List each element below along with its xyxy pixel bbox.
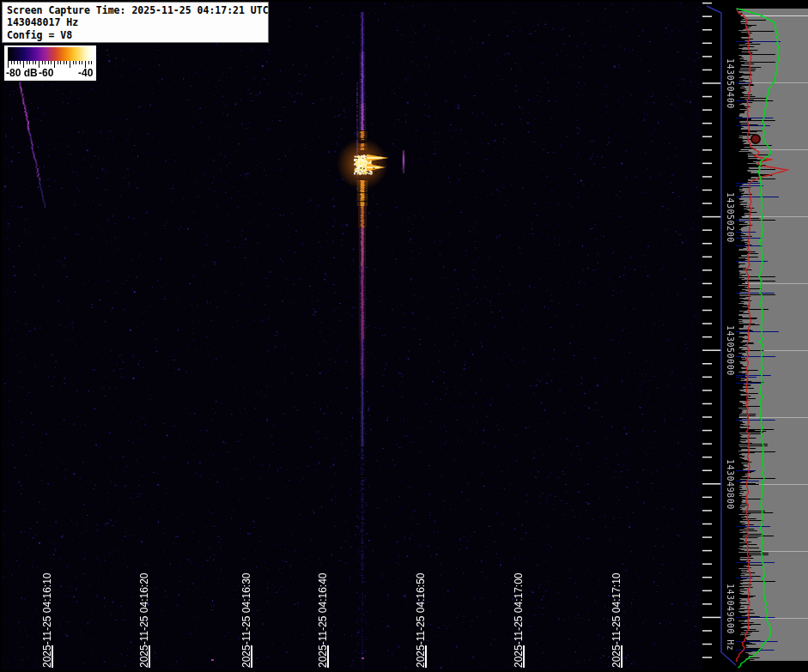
frequency-axis-label: 143050400	[725, 58, 735, 109]
screen-capture-window: Screen Capture Time: 2025-11-25 04:17:21…	[0, 0, 808, 672]
frequency-axis-label: 143049800	[725, 459, 735, 510]
capture-time-text: Screen Capture Time: 2025-11-25 04:17:21…	[7, 4, 264, 16]
colorbar-labels: -80 dB -60 -40	[6, 68, 94, 80]
capture-info-panel: Screen Capture Time: 2025-11-25 04:17:21…	[2, 2, 269, 43]
waterfall-and-spectrum-canvas	[0, 0, 808, 672]
colorbar-label-mid: -60	[39, 67, 53, 79]
colorbar-gradient	[8, 47, 93, 61]
time-axis-tick	[149, 645, 150, 668]
time-axis-tick	[52, 645, 53, 668]
frequency-axis-label: 143049600 Hz	[725, 584, 735, 651]
capture-frequency-text: 143048017 Hz	[7, 16, 264, 28]
time-axis-tick	[251, 645, 252, 668]
time-axis-tick	[425, 645, 427, 668]
frequency-axis-label: 143050200	[725, 192, 735, 243]
time-axis-tick	[327, 645, 329, 668]
colorbar-label-max: -40	[78, 67, 93, 79]
colorbar: -80 dB -60 -40	[4, 45, 96, 81]
time-axis-tick	[621, 645, 623, 668]
colorbar-label-min: -80 dB	[6, 67, 38, 79]
frequency-axis-label: 143050000	[725, 325, 735, 376]
time-axis-tick	[523, 645, 525, 668]
capture-config-text: Config = V8	[7, 29, 264, 41]
